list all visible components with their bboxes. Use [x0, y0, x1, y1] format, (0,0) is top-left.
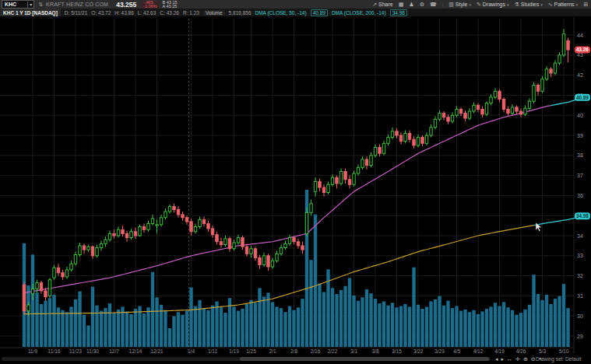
date-axis-label[interactable]: 11/30: [86, 348, 99, 354]
style-menu-button[interactable]: ▥ Style ▾: [449, 2, 471, 8]
candle-body: [554, 63, 556, 73]
date-axis-label[interactable]: 3/15: [392, 348, 402, 354]
date-axis-label[interactable]: 2/16: [311, 348, 321, 354]
candle: [297, 239, 299, 249]
user-icon[interactable]: ♟: [409, 2, 413, 8]
volume-bar: [357, 301, 360, 347]
volume-bar: [189, 287, 192, 347]
date-axis-label[interactable]: 3/22: [413, 348, 424, 354]
study2-label[interactable]: DMA (CLOSE, 200, -14): [332, 10, 386, 16]
date-axis-label[interactable]: 11/16: [48, 348, 61, 354]
price-axis-label[interactable]: 33: [577, 253, 583, 258]
date-axis-label[interactable]: 2/1: [269, 348, 276, 354]
candle: [477, 103, 479, 113]
date-axis-label[interactable]: 2/8: [290, 348, 297, 354]
date-axis-label[interactable]: 1/11: [208, 348, 218, 354]
price-axis-label[interactable]: 44: [577, 33, 583, 38]
date-axis-label[interactable]: 12/7: [109, 348, 119, 354]
price-axis-label[interactable]: 42: [577, 72, 583, 78]
candle-body: [438, 114, 441, 120]
share-button[interactable]: ↗ Share: [372, 2, 393, 8]
candle: [288, 235, 290, 246]
price-axis-label[interactable]: 34: [577, 233, 583, 239]
candle-body: [130, 232, 132, 238]
date-axis-label[interactable]: 3/29: [434, 348, 445, 354]
date-axis-label[interactable]: 5/10: [559, 348, 569, 354]
date-axis-label[interactable]: 5/3: [539, 348, 546, 354]
candle-body: [481, 109, 484, 114]
zoom-out-icon[interactable]: ⊖: [531, 356, 536, 362]
fit-width-icon[interactable]: ↔: [507, 356, 512, 362]
candle-body: [139, 226, 141, 236]
volume-bar: [374, 299, 377, 347]
volume-bar: [477, 314, 480, 347]
volume-bar: [446, 301, 449, 347]
candle: [168, 205, 171, 214]
last-price: 43.255: [116, 1, 136, 9]
candle: [267, 254, 269, 271]
candle-body: [353, 173, 355, 184]
candle-body: [151, 219, 153, 223]
price-axis-label[interactable]: 38: [577, 152, 583, 158]
symbol-dropdown-caret-icon[interactable]: ▾: [27, 2, 33, 8]
study1-label[interactable]: DMA (CLOSE, 50, -14): [255, 10, 307, 16]
price-chart[interactable]: 4443424140393837363534333231302943.2640.…: [0, 0, 591, 364]
volume-bar: [280, 308, 283, 347]
date-axis-label[interactable]: 11/9: [28, 348, 38, 354]
timeline-scrollbar-thumb[interactable]: [240, 357, 489, 361]
price-axis-label[interactable]: 40: [577, 113, 583, 118]
date-axis-label[interactable]: 4/19: [494, 348, 505, 354]
date-axis-label[interactable]: 4/5: [453, 348, 460, 354]
price-axis-label[interactable]: 32: [577, 273, 583, 278]
pan-left-icon[interactable]: ◂: [495, 356, 498, 362]
candle: [314, 177, 316, 197]
layout-grid-icon[interactable]: ⊞: [583, 2, 588, 8]
volume-bar: [69, 306, 72, 347]
symbol-input[interactable]: KHC ▾: [2, 0, 34, 9]
date-axis-label[interactable]: 11/23: [69, 348, 82, 354]
candle-body: [284, 243, 287, 247]
pan-right-icon[interactable]: ▸: [501, 356, 505, 362]
date-axis-label[interactable]: 3/8: [371, 348, 378, 354]
volume-bar: [134, 309, 137, 347]
price-axis-label[interactable]: 30: [577, 313, 583, 319]
volume-bar: [318, 283, 321, 347]
date-axis-label[interactable]: 12/21: [150, 348, 164, 354]
volume-bar: [91, 287, 94, 347]
candle: [430, 124, 432, 138]
phone-icon[interactable]: ☎: [430, 2, 437, 8]
candle: [456, 107, 458, 117]
chart-title-chip[interactable]: KHC 1 Y 1D [NASDAQ]: [0, 9, 61, 16]
date-axis-label[interactable]: 4/26: [516, 348, 526, 354]
calendar-icon[interactable]: ▦: [399, 2, 404, 8]
candle: [48, 278, 51, 298]
date-axis-label[interactable]: 1/19: [229, 348, 239, 354]
drawings-menu-button[interactable]: ✎ Drawings ▾: [477, 2, 509, 8]
price-axis-label[interactable]: 37: [577, 173, 583, 178]
candle-body: [245, 247, 248, 254]
studies-menu-button[interactable]: ⚗ Studies ▾: [515, 2, 543, 8]
patterns-menu-button[interactable]: ∿ Patterns ▾: [548, 2, 578, 8]
volume-bar: [232, 306, 235, 347]
date-axis-label[interactable]: 3/1: [350, 348, 357, 354]
zoom-in-icon[interactable]: ⊕: [523, 356, 528, 362]
date-axis-label[interactable]: 2/22: [328, 348, 338, 354]
date-axis-label[interactable]: 4/12: [473, 348, 484, 354]
gear-icon[interactable]: ⚙: [420, 2, 424, 8]
drawing-set-label[interactable]: Drawing set: Default: [536, 356, 582, 362]
price-axis-label[interactable]: 31: [577, 293, 583, 299]
price-axis-label[interactable]: 39: [577, 133, 583, 138]
volume-bar: [104, 308, 107, 347]
price-axis-label[interactable]: 36: [577, 193, 583, 198]
date-axis-label[interactable]: 1/4: [188, 348, 195, 354]
crosshair-icon[interactable]: ✛: [515, 356, 520, 362]
candle: [199, 216, 201, 228]
candle-body: [536, 86, 539, 92]
candle: [100, 240, 102, 250]
symbol-link-icon[interactable]: ⇅: [38, 2, 43, 8]
divider: |: [442, 2, 444, 7]
date-axis-label[interactable]: 12/14: [129, 348, 142, 354]
date-axis-label[interactable]: 1/25: [246, 348, 256, 354]
volume-bar: [117, 310, 120, 347]
price-axis-label[interactable]: 29: [577, 334, 583, 339]
